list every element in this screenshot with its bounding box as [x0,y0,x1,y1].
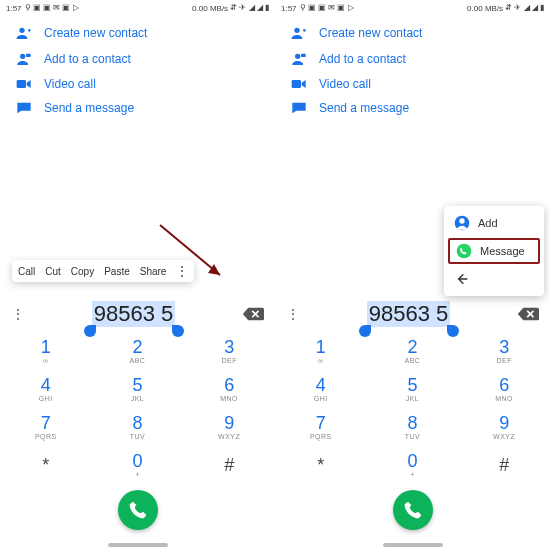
backspace-button[interactable] [516,305,540,323]
add-to-contact-row[interactable]: Add to a contact [0,46,275,72]
svg-point-0 [19,28,24,33]
key-6[interactable]: 6MNO [458,370,550,408]
send-message-row[interactable]: Send a message [275,96,550,120]
key-4[interactable]: 4GHI [275,370,367,408]
selection-handle-left[interactable] [84,325,96,337]
status-icons-right: ⇵ ✈ ◢ ◢ ▮ [230,4,269,12]
overflow-message-label: Message [480,245,525,257]
key-hash[interactable]: # [458,446,550,484]
key-6[interactable]: 6MNO [183,370,275,408]
key-0[interactable]: 0+ [92,446,184,484]
key-7[interactable]: 7PQRS [0,408,92,446]
key-1[interactable]: 1∞ [0,332,92,370]
toolbar-call[interactable]: Call [18,266,35,277]
toolbar-more-icon[interactable]: ⋮ [176,264,188,278]
key-8[interactable]: 8TUV [92,408,184,446]
overflow-menu: Add Message [444,206,544,296]
message-icon [16,101,32,115]
status-time: 1:57 [6,4,22,13]
key-5[interactable]: 5JKL [367,370,459,408]
text-selection-toolbar: Call Cut Copy Paste Share ⋮ [12,260,194,282]
svg-point-1 [20,54,25,59]
key-9[interactable]: 9WXYZ [458,408,550,446]
add-to-contact-row[interactable]: Add to a contact [275,46,550,72]
back-arrow-icon [454,271,470,287]
toolbar-share[interactable]: Share [140,266,167,277]
number-text: 98563 5 [92,301,176,327]
message-icon [291,101,307,115]
dialer-menu-icon[interactable]: ⋮ [10,306,26,322]
svg-point-4 [294,28,299,33]
toolbar-copy[interactable]: Copy [71,266,94,277]
key-star[interactable]: * [0,446,92,484]
key-8[interactable]: 8TUV [367,408,459,446]
add-contact-icon [454,215,470,231]
key-2[interactable]: 2ABC [92,332,184,370]
selection-handle-right[interactable] [447,325,459,337]
key-3[interactable]: 3DEF [458,332,550,370]
status-bar: 1:57 ⚲ ▣ ▣ ✉ ▣ ▷ 0.00 MB/s ⇵ ✈ ◢ ◢ ▮ [0,0,275,16]
status-net: 0.00 MB/s [467,4,503,13]
svg-point-5 [295,54,300,59]
send-message-label: Send a message [319,101,409,115]
toolbar-paste[interactable]: Paste [104,266,130,277]
screen-right: 1:57 ⚲ ▣ ▣ ✉ ▣ ▷ 0.00 MB/s ⇵ ✈ ◢ ◢ ▮ Cre… [275,0,550,550]
toolbar-cut[interactable]: Cut [45,266,61,277]
key-7[interactable]: 7PQRS [275,408,367,446]
overflow-add[interactable]: Add [444,210,544,236]
call-button[interactable] [118,490,158,530]
nav-bar [275,540,550,550]
person-add-icon [291,25,307,41]
status-icons-left: ⚲ ▣ ▣ ✉ ▣ ▷ [25,4,79,12]
nav-pill[interactable] [383,543,443,547]
key-3[interactable]: 3DEF [183,332,275,370]
add-to-contact-label: Add to a contact [319,52,406,66]
overflow-add-label: Add [478,217,498,229]
backspace-button[interactable] [241,305,265,323]
svg-rect-7 [292,80,301,88]
create-contact-row[interactable]: Create new contact [275,20,550,46]
status-net: 0.00 MB/s [192,4,228,13]
svg-point-9 [459,218,464,223]
key-2[interactable]: 2ABC [367,332,459,370]
call-button[interactable] [393,490,433,530]
selection-handle-left[interactable] [359,325,371,337]
overflow-message[interactable]: Message [448,238,540,264]
selection-handle-right[interactable] [172,325,184,337]
key-4[interactable]: 4GHI [0,370,92,408]
create-contact-label: Create new contact [319,26,422,40]
status-bar: 1:57 ⚲ ▣ ▣ ✉ ▣ ▷ 0.00 MB/s ⇵ ✈ ◢ ◢ ▮ [275,0,550,16]
key-1[interactable]: 1∞ [275,332,367,370]
keypad: 1∞ 2ABC 3DEF 4GHI 5JKL 6MNO 7PQRS 8TUV 9… [0,332,275,484]
overflow-back[interactable] [444,266,544,292]
send-message-row[interactable]: Send a message [0,96,275,120]
number-text: 98563 5 [367,301,451,327]
send-message-label: Send a message [44,101,134,115]
nav-bar [0,540,275,550]
svg-rect-2 [26,54,31,57]
key-star[interactable]: * [275,446,367,484]
screen-left: 1:57 ⚲ ▣ ▣ ✉ ▣ ▷ 0.00 MB/s ⇵ ✈ ◢ ◢ ▮ Cre… [0,0,275,550]
person-badge-icon [16,51,32,67]
person-add-icon [16,25,32,41]
dialer-menu-icon[interactable]: ⋮ [285,306,301,322]
key-hash[interactable]: # [183,446,275,484]
whatsapp-icon [456,243,472,259]
nav-pill[interactable] [108,543,168,547]
video-call-row[interactable]: Video call [0,72,275,96]
key-5[interactable]: 5JKL [92,370,184,408]
create-contact-label: Create new contact [44,26,147,40]
video-call-row[interactable]: Video call [275,72,550,96]
suggestions: Create new contact Add to a contact Vide… [275,16,550,120]
svg-point-10 [457,244,472,259]
person-badge-icon [291,51,307,67]
status-icons-left: ⚲ ▣ ▣ ✉ ▣ ▷ [300,4,354,12]
status-icons-right: ⇵ ✈ ◢ ◢ ▮ [505,4,544,12]
key-0[interactable]: 0+ [367,446,459,484]
video-call-label: Video call [319,77,371,91]
number-display[interactable]: 98563 5 [301,301,516,327]
number-display[interactable]: 98563 5 [26,301,241,327]
key-9[interactable]: 9WXYZ [183,408,275,446]
video-icon [291,78,307,90]
create-contact-row[interactable]: Create new contact [0,20,275,46]
